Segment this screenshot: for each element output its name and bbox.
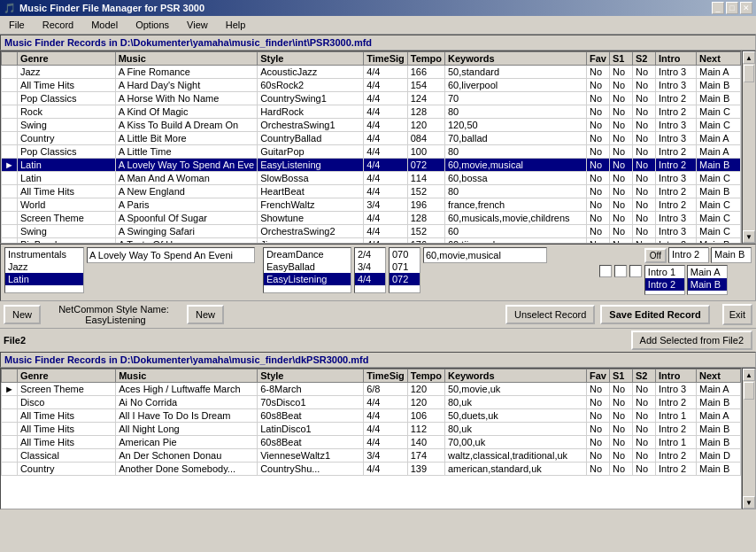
unselect-record-button[interactable]: Unselect Record [505,305,595,324]
table-row[interactable]: All Time Hits A Hard Day's Night 60sRock… [2,79,741,92]
next-a[interactable]: Main A [688,266,727,278]
music-input[interactable] [87,247,255,263]
top-table-container: Genre Music Style TimeSig Tempo Keywords… [0,51,742,244]
timesig-3-4[interactable]: 3/4 [355,260,385,273]
app-icon: 🎵 [4,3,16,14]
exit-button[interactable]: Exit [722,304,752,325]
row-tempo: 114 [407,172,444,185]
save-edited-record-button[interactable]: Save Edited Record [600,305,709,324]
edit-panel: Instrumentals Jazz Latin DreamDance Easy… [0,244,756,301]
row-timesig: 4/4 [364,66,408,79]
tempo-070[interactable]: 070 [390,248,420,260]
table-row[interactable]: Screen Theme A Spoonful Of Sugar Showtun… [2,212,741,225]
row-genre: All Time Hits [17,409,115,423]
maximize-button[interactable]: □ [726,2,738,14]
tempo-listbox[interactable]: 070 071 072 [389,247,420,293]
bot-col-keywords: Keywords [445,369,587,383]
s1-checkbox[interactable] [614,265,627,277]
menu-view[interactable]: View [181,18,213,32]
table-row[interactable]: World A Paris FrenchWaltz 3/4 196 france… [2,198,741,212]
row-next: Main B [697,238,741,245]
s2-checkbox[interactable] [629,265,642,277]
genre-listbox[interactable]: Instrumentals Jazz Latin [4,247,84,293]
next-b[interactable]: Main B [688,278,727,291]
row-intro: Intro 2 [656,159,697,172]
intro-1[interactable]: Intro 1 [645,266,684,278]
row-music: A Paris [115,198,257,212]
table-row[interactable]: Classical An Der Schonen Donau VienneseW… [2,449,741,463]
bot-scroll-thumb[interactable] [744,382,754,400]
table-row[interactable]: All Time Hits All I Have To Do Is Dream … [2,409,741,423]
row-style: CountrySwing1 [258,92,364,105]
genre-option-jazz[interactable]: Jazz [5,260,83,273]
new-left-button[interactable]: New [4,305,41,324]
table-row[interactable]: All Time Hits American Pie 60s8Beat 4/4 … [2,436,741,449]
bot-col-tempo: Tempo [407,369,444,383]
intro-listbox[interactable]: Intro 1 Intro 2 [644,265,685,295]
scroll-up-arrow[interactable]: ▲ [743,51,755,64]
fav-checkbox[interactable] [599,265,612,277]
minimize-button[interactable]: _ [712,2,724,14]
table-row[interactable]: ► Latin A Lovely Way To Spend An Eve Eas… [2,159,741,172]
table-row[interactable]: All Time Hits A New England HeartBeat 4/… [2,185,741,198]
menu-model[interactable]: Model [86,18,123,32]
table-row[interactable]: Swing A Kiss To Build A Dream On Orchest… [2,119,741,132]
off-button[interactable]: Off [644,248,667,263]
timesig-listbox[interactable]: 2/4 3/4 4/4 [354,247,386,293]
table-row[interactable]: Rock A Kind Of Magic HardRock 4/4 128 80… [2,105,741,119]
window-controls[interactable]: _ □ ✕ [712,2,752,14]
table-row[interactable]: All Time Hits All Night Long LatinDisco1… [2,423,741,436]
table-row[interactable]: Latin A Man And A Woman SlowBossa 4/4 11… [2,172,741,185]
row-s1: No [610,172,633,185]
table-row[interactable]: Jazz A Fine Romance AcousticJazz 4/4 166… [2,66,741,79]
table-row[interactable]: ► Screen Theme Aces High / Luftwaffe Mar… [2,383,741,396]
row-tempo: 100 [407,145,444,159]
row-s2: No [633,396,656,409]
scroll-down-arrow[interactable]: ▼ [743,230,755,243]
row-style: EasyListening [258,159,364,172]
genre-option-latin[interactable]: Latin [5,273,83,285]
top-table: Genre Music Style TimeSig Tempo Keywords… [1,51,741,244]
style-listbox[interactable]: DreamDance EasyBallad EasyListening [263,247,351,293]
keywords-input[interactable] [423,247,547,263]
row-tempo: 166 [407,66,444,79]
scroll-thumb[interactable] [744,65,754,82]
tempo-072[interactable]: 072 [390,273,420,285]
col-fav: Fav [587,52,610,66]
style-option-dreamdance[interactable]: DreamDance [264,248,351,260]
close-button[interactable]: ✕ [740,2,752,14]
row-keywords: 80,uk [445,423,587,436]
table-row[interactable]: Disco Ai No Corrida 70sDisco1 4/4 120 80… [2,396,741,409]
top-scrollbar[interactable]: ▲ ▼ [742,51,756,244]
row-tempo: 128 [407,105,444,119]
table-row[interactable]: Country A Little Bit More CountryBallad … [2,132,741,145]
table-row[interactable]: BigBand A Taste Of Honey Jive 4/4 176 60… [2,238,741,245]
timesig-2-4[interactable]: 2/4 [355,248,385,260]
table-row[interactable]: Pop Classics A Horse With No Name Countr… [2,92,741,105]
style-option-easylistening[interactable]: EasyListening [264,273,351,285]
menu-help[interactable]: Help [220,18,251,32]
menu-options[interactable]: Options [130,18,174,32]
tempo-071[interactable]: 071 [390,260,420,273]
menu-file[interactable]: File [4,18,30,32]
bottom-scrollbar[interactable]: ▲ ▼ [742,368,756,509]
row-music: A Kiss To Build A Dream On [115,119,257,132]
row-genre: All Time Hits [17,79,115,92]
menu-record[interactable]: Record [37,18,79,32]
row-fav: No [587,449,610,463]
intro-2[interactable]: Intro 2 [645,278,684,291]
table-row[interactable]: Pop Classics A Little Time GuitarPop 4/4… [2,145,741,159]
row-style: HeartBeat [258,185,364,198]
style-option-easyballad[interactable]: EasyBallad [264,260,351,273]
add-selected-from-file2-button[interactable]: Add Selected from File2 [631,330,752,350]
timesig-4-4[interactable]: 4/4 [355,273,385,285]
bot-scroll-up-arrow[interactable]: ▲ [743,369,755,381]
next-listbox[interactable]: Main A Main B [687,265,728,295]
bot-scroll-down-arrow[interactable]: ▼ [743,496,755,509]
table-row[interactable]: Country Another Done Somebody... Country… [2,463,741,476]
table-row[interactable]: Swing A Swinging Safari OrchestraSwing2 … [2,225,741,238]
genre-option-instrumentals[interactable]: Instrumentals [5,248,83,260]
bottom-section-header: Music Finder Records in D:\Dokumenter\ya… [0,352,756,368]
new-right-button[interactable]: New [187,305,224,324]
row-timesig: 4/4 [364,409,408,423]
